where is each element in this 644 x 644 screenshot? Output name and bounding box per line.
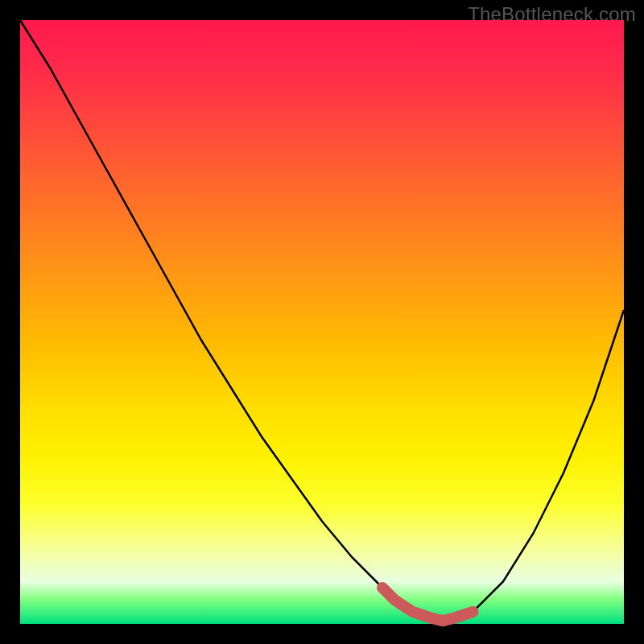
bottleneck-curve xyxy=(20,20,624,621)
highlight-segment xyxy=(382,588,473,621)
curve-svg xyxy=(20,20,624,624)
chart-container: TheBottleneck.com xyxy=(0,0,644,644)
